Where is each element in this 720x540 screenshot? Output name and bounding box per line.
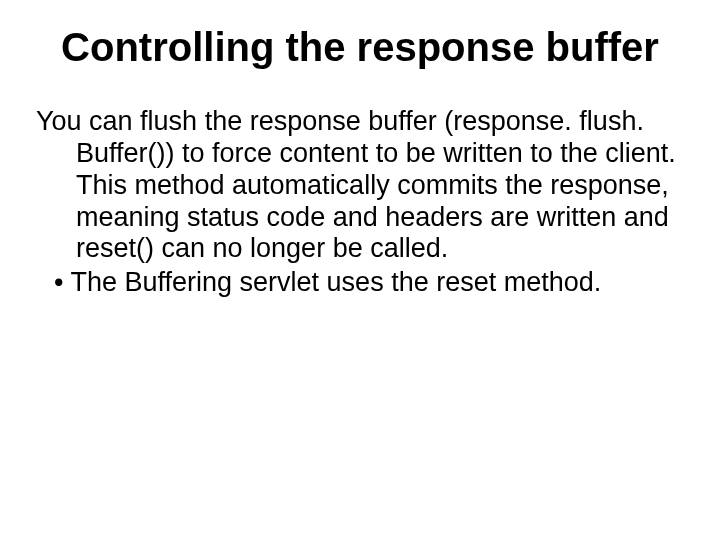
slide-title: Controlling the response buffer: [36, 24, 684, 70]
slide-body: You can flush the response buffer (respo…: [36, 106, 684, 299]
slide: Controlling the response buffer You can …: [0, 0, 720, 540]
body-bullet-1: The Buffering servlet uses the reset met…: [36, 267, 684, 299]
body-paragraph: You can flush the response buffer (respo…: [36, 106, 684, 265]
